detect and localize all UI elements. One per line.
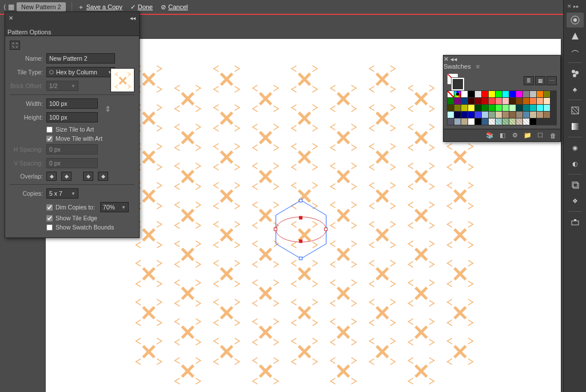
swatch-cell[interactable] xyxy=(530,112,536,118)
swatch-cell[interactable] xyxy=(475,91,481,97)
swatch-cell[interactable] xyxy=(461,105,468,111)
grid-icon[interactable]: ▦ xyxy=(8,3,14,11)
move-with-art-checkbox[interactable] xyxy=(46,136,53,142)
cancel-button[interactable]: ⊘ Cancel xyxy=(161,3,188,11)
swatch-cell[interactable] xyxy=(537,98,543,104)
swatch-cell[interactable] xyxy=(475,112,481,118)
swatch-cell[interactable] xyxy=(516,98,522,104)
swatch-cell[interactable] xyxy=(502,112,509,118)
swatch-cell[interactable] xyxy=(482,105,488,111)
swatch-cell[interactable] xyxy=(537,105,543,111)
swatch-cell[interactable] xyxy=(523,91,529,97)
symbols-panel-button[interactable]: ♣ xyxy=(567,82,584,97)
list-view-button[interactable]: ≣ xyxy=(524,76,534,85)
swatch-cell[interactable] xyxy=(509,91,516,97)
swatch-cell[interactable] xyxy=(496,91,502,97)
close-icon[interactable]: ✕ xyxy=(9,15,13,21)
width-input[interactable] xyxy=(46,98,98,109)
collapse-icon[interactable]: ◂◂ xyxy=(130,15,136,21)
layers-panel-button[interactable] xyxy=(567,177,584,192)
swatch-cell[interactable] xyxy=(523,98,529,104)
show-swatch-bounds-checkbox[interactable] xyxy=(46,224,53,231)
dock-collapse-icon[interactable]: ✕ ▸▸ xyxy=(567,3,579,9)
swatch-cell[interactable] xyxy=(523,112,529,118)
swatch-cell[interactable] xyxy=(461,91,468,97)
swatch-cell[interactable] xyxy=(544,98,550,104)
show-tile-edge-checkbox[interactable] xyxy=(46,215,53,221)
swatch-pattern-cell[interactable] xyxy=(516,118,522,125)
swatch-cell[interactable] xyxy=(454,98,461,104)
swatch-cell[interactable] xyxy=(482,118,488,125)
swatch-cell[interactable] xyxy=(509,98,516,104)
swatches-title-tab[interactable]: Swatches xyxy=(444,63,471,70)
swatch-pattern-cell[interactable] xyxy=(489,118,495,125)
swatches-panel[interactable]: ✕ ◂◂ Swatches ≡ ≣ ▦ ⋯ 📚 ◧ ⚙ 📁 ☐ 🗑 xyxy=(443,55,561,142)
link-dimensions-icon[interactable]: ⇕ xyxy=(105,105,111,113)
overlap-right-front-button[interactable]: ◆ xyxy=(61,172,72,181)
swatch-cell[interactable] xyxy=(454,112,461,118)
new-swatch-icon[interactable]: ☐ xyxy=(536,132,544,140)
panel-title-tab[interactable]: Pattern Options xyxy=(7,29,51,35)
copies-select[interactable]: 5 x 7 ▼ xyxy=(46,188,78,199)
done-button[interactable]: ✓ Done xyxy=(130,3,153,11)
swatch-cell[interactable] xyxy=(516,91,522,97)
swatch-cell[interactable] xyxy=(448,105,454,111)
swatch-cell[interactable] xyxy=(530,98,536,104)
close-icon[interactable]: ✕ xyxy=(444,56,449,62)
panel-menu-icon[interactable]: ≡ xyxy=(473,61,483,72)
swatch-cell[interactable] xyxy=(482,98,488,104)
swatch-pattern-cell[interactable] xyxy=(509,118,516,125)
swatch-cell[interactable] xyxy=(448,112,454,118)
swatch-cell[interactable] xyxy=(496,105,502,111)
new-color-group-icon[interactable]: 📁 xyxy=(524,132,532,140)
tiletype-select[interactable]: ⬡Hex by Column ▼ xyxy=(46,67,115,77)
swatch-cell[interactable] xyxy=(461,112,468,118)
swatch-cell[interactable] xyxy=(530,105,536,111)
swatch-cell[interactable] xyxy=(468,112,474,118)
height-input[interactable] xyxy=(46,112,98,122)
swatch-pattern-cell[interactable] xyxy=(496,118,502,125)
pattern-options-panel[interactable]: ✕ ◂◂ Pattern Options ⛶ Name: Tile Type: … xyxy=(5,11,140,238)
swatch-cell[interactable] xyxy=(496,98,502,104)
swatch-cell[interactable] xyxy=(502,91,509,97)
swatches-header[interactable]: ✕ ◂◂ xyxy=(444,56,560,63)
swatch-cell[interactable] xyxy=(461,98,468,104)
swatch-cell[interactable] xyxy=(509,112,516,118)
swatch-cell[interactable] xyxy=(489,105,495,111)
fill-stroke-indicator[interactable] xyxy=(447,73,462,88)
swatch-cell[interactable] xyxy=(502,105,509,111)
dim-copies-checkbox[interactable] xyxy=(46,204,53,211)
swatch-pattern-cell[interactable] xyxy=(530,118,536,125)
delete-swatch-icon[interactable]: 🗑 xyxy=(549,132,557,140)
thumb-view-button[interactable]: ▦ xyxy=(535,76,545,85)
swatch-cell[interactable] xyxy=(489,112,495,118)
name-input[interactable] xyxy=(46,53,115,64)
swatch-cell[interactable] xyxy=(454,118,461,125)
swatch-cell[interactable] xyxy=(509,105,516,111)
gradient-panel-button[interactable] xyxy=(567,119,584,134)
swatch-options-button[interactable]: ⋯ xyxy=(547,76,557,85)
swatch-cell[interactable] xyxy=(448,118,454,125)
swatch-cell[interactable] xyxy=(516,112,522,118)
swatch-none[interactable] xyxy=(448,91,454,97)
swatch-cell[interactable] xyxy=(502,98,509,104)
swatch-cell[interactable] xyxy=(496,112,502,118)
swatch-cell[interactable] xyxy=(475,118,481,125)
color-guide-button[interactable] xyxy=(567,29,584,43)
swatch-pattern-cell[interactable] xyxy=(523,118,529,125)
transparency-panel-button[interactable] xyxy=(567,103,584,118)
swatch-pattern-cell[interactable] xyxy=(502,118,509,125)
swatch-registration[interactable] xyxy=(454,91,461,97)
swatch-cell[interactable] xyxy=(461,118,468,125)
swatch-cell[interactable] xyxy=(475,105,481,111)
swatch-cell[interactable] xyxy=(489,98,495,104)
swatch-cell[interactable] xyxy=(468,105,474,111)
tile-preview-icon[interactable]: ⛶ xyxy=(10,41,20,50)
swatch-cell[interactable] xyxy=(544,105,550,111)
show-swatch-kinds-icon[interactable]: ◧ xyxy=(498,132,506,140)
overlap-bottom-front-button[interactable]: ◆ xyxy=(98,172,108,181)
swatch-cell[interactable] xyxy=(475,98,481,104)
actions-panel-button[interactable] xyxy=(567,215,584,229)
swatch-cell[interactable] xyxy=(489,91,495,97)
panel-header[interactable]: ✕ ◂◂ xyxy=(5,12,139,23)
